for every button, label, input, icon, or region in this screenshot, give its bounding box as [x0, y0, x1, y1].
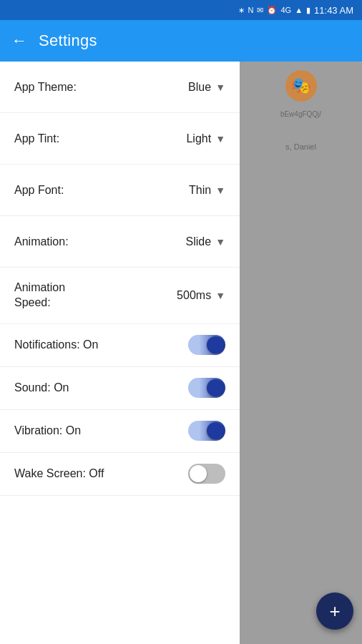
battery-icon: ▮: [306, 6, 310, 15]
lte-icon: 4G: [280, 6, 291, 14]
app-tint-dropdown[interactable]: Light ▼: [186, 132, 225, 145]
app-theme-row: App Theme: Blue ▼: [0, 62, 240, 113]
animation-speed-dropdown[interactable]: 500ms ▼: [177, 289, 225, 302]
main-layout: App Theme: Blue ▼ App Tint: Light ▼ App …: [0, 62, 362, 644]
settings-panel: App Theme: Blue ▼ App Tint: Light ▼ App …: [0, 62, 240, 644]
app-tint-value: Light: [186, 132, 211, 145]
bluetooth-icon: ∗: [238, 6, 245, 15]
wake-screen-toggle-thumb: [190, 465, 207, 482]
animation-speed-label: AnimationSpeed:: [14, 280, 177, 311]
sound-toggle-thumb: [207, 379, 224, 396]
animation-value: Slide: [186, 235, 212, 248]
animation-row: Animation: Slide ▼: [0, 216, 240, 268]
app-tint-row: App Tint: Light ▼: [0, 113, 240, 165]
app-font-value: Thin: [189, 184, 211, 197]
notifications-row: Notifications: On: [0, 324, 240, 367]
signal-icon: ▲: [295, 6, 303, 14]
avatar: 🎭: [285, 70, 317, 102]
alarm-icon: ⏰: [267, 6, 277, 15]
wake-screen-label: Wake Screen: Off: [14, 467, 188, 480]
app-font-label: App Font:: [14, 184, 189, 197]
notifications-toggle[interactable]: [188, 335, 225, 355]
contact-text: s, Daniel: [285, 142, 316, 151]
wake-screen-row: Wake Screen: Off: [0, 453, 240, 496]
notifications-label: Notifications: On: [14, 338, 188, 351]
vibration-toggle-thumb: [207, 422, 224, 439]
animation-label: Animation:: [14, 235, 186, 248]
app-theme-dropdown[interactable]: Blue ▼: [188, 81, 225, 94]
animation-arrow-icon: ▼: [215, 236, 225, 248]
animation-speed-value: 500ms: [177, 289, 211, 302]
vibration-label: Vibration: On: [14, 424, 188, 437]
animation-dropdown[interactable]: Slide ▼: [186, 235, 225, 248]
app-tint-arrow-icon: ▼: [215, 133, 225, 145]
status-bar: ∗ N ✉ ⏰ 4G ▲ ▮ 11:43 AM: [0, 0, 362, 20]
vibration-row: Vibration: On: [0, 410, 240, 453]
sound-row: Sound: On: [0, 367, 240, 410]
mute-icon: ✉: [257, 6, 263, 15]
status-icons: ∗ N ✉ ⏰ 4G ▲ ▮ 11:43 AM: [238, 5, 353, 16]
sound-label: Sound: On: [14, 381, 188, 394]
app-font-row: App Font: Thin ▼: [0, 165, 240, 216]
animation-speed-arrow-icon: ▼: [215, 290, 225, 301]
status-time: 11:43 AM: [314, 5, 353, 16]
nfc-icon: N: [248, 6, 254, 14]
app-font-dropdown[interactable]: Thin ▼: [189, 184, 225, 197]
short-code: bEw4gFQQj/: [278, 107, 324, 121]
app-font-arrow-icon: ▼: [215, 185, 225, 196]
back-button[interactable]: ←: [11, 31, 27, 50]
vibration-toggle[interactable]: [188, 421, 225, 441]
page-title: Settings: [39, 31, 97, 50]
notifications-toggle-thumb: [207, 336, 224, 353]
app-theme-value: Blue: [188, 81, 211, 94]
app-theme-arrow-icon: ▼: [215, 82, 225, 93]
sound-toggle[interactable]: [188, 378, 225, 398]
fab-add-button[interactable]: +: [316, 592, 353, 630]
app-theme-label: App Theme:: [14, 81, 188, 94]
app-toolbar: ← Settings: [0, 20, 362, 62]
right-panel: 🎭 bEw4gFQQj/ s, Daniel +: [240, 62, 362, 644]
animation-speed-row: AnimationSpeed: 500ms ▼: [0, 268, 240, 324]
wake-screen-toggle[interactable]: [188, 464, 225, 484]
app-tint-label: App Tint:: [14, 132, 186, 145]
